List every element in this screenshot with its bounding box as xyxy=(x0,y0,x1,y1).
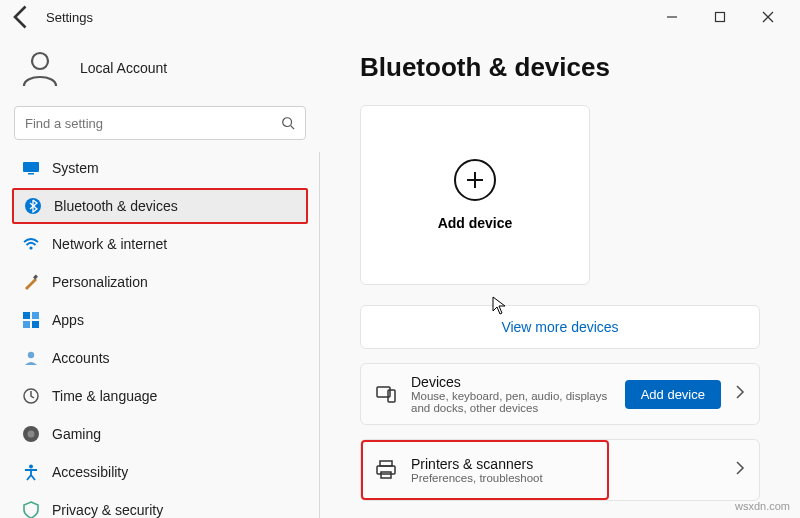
devices-icon xyxy=(375,383,397,405)
row-subtitle: Mouse, keyboard, pen, audio, displays an… xyxy=(411,390,611,414)
sidebar-item-system[interactable]: System xyxy=(12,150,308,186)
minimize-button[interactable] xyxy=(648,0,696,34)
sidebar-item-label: Privacy & security xyxy=(52,502,163,518)
shield-icon xyxy=(22,501,40,518)
sidebar-item-label: Time & language xyxy=(52,388,157,404)
svg-rect-1 xyxy=(716,13,725,22)
sidebar: Local Account System Bluetooth & devices xyxy=(0,34,320,518)
svg-rect-23 xyxy=(381,472,391,478)
close-button[interactable] xyxy=(744,0,792,34)
maximize-icon xyxy=(714,11,726,23)
sidebar-item-label: Apps xyxy=(52,312,84,328)
svg-rect-22 xyxy=(377,466,395,474)
account-block[interactable]: Local Account xyxy=(12,38,308,104)
sidebar-item-bluetooth-devices[interactable]: Bluetooth & devices xyxy=(12,188,308,224)
watermark: wsxdn.com xyxy=(735,500,790,512)
svg-rect-9 xyxy=(33,275,38,280)
close-icon xyxy=(762,11,774,23)
sidebar-item-gaming[interactable]: Gaming xyxy=(12,416,308,452)
sidebar-item-label: Network & internet xyxy=(52,236,167,252)
add-device-button[interactable]: Add device xyxy=(625,380,721,409)
brush-icon xyxy=(22,273,40,291)
row-printers-scanners[interactable]: Printers & scanners Preferences, trouble… xyxy=(360,439,760,501)
svg-point-14 xyxy=(28,352,34,358)
system-icon xyxy=(22,159,40,177)
view-more-devices-button[interactable]: View more devices xyxy=(360,305,760,349)
svg-point-3 xyxy=(283,118,292,127)
avatar-icon xyxy=(18,46,62,90)
person-icon xyxy=(22,349,40,367)
row-subtitle: Preferences, troubleshoot xyxy=(411,472,721,484)
clock-globe-icon xyxy=(22,387,40,405)
printer-icon xyxy=(375,459,397,481)
page-title: Bluetooth & devices xyxy=(360,52,760,83)
arrow-left-icon xyxy=(8,3,36,31)
sidebar-item-privacy-security[interactable]: Privacy & security xyxy=(12,492,308,518)
maximize-button[interactable] xyxy=(696,0,744,34)
apps-icon xyxy=(22,311,40,329)
cursor-icon xyxy=(492,296,508,320)
sidebar-item-label: Accessibility xyxy=(52,464,128,480)
gaming-icon xyxy=(22,425,40,443)
account-name: Local Account xyxy=(80,60,167,76)
sidebar-item-label: Gaming xyxy=(52,426,101,442)
svg-rect-10 xyxy=(23,312,30,319)
svg-rect-5 xyxy=(23,162,39,172)
svg-rect-20 xyxy=(388,390,395,402)
svg-point-2 xyxy=(32,53,48,69)
add-device-label: Add device xyxy=(438,215,513,231)
search-input-wrap[interactable] xyxy=(14,106,306,140)
sidebar-item-label: Bluetooth & devices xyxy=(54,198,178,214)
row-devices[interactable]: Devices Mouse, keyboard, pen, audio, dis… xyxy=(360,363,760,425)
nav: System Bluetooth & devices Network & int… xyxy=(12,150,308,518)
svg-point-8 xyxy=(29,246,32,249)
svg-rect-11 xyxy=(32,312,39,319)
accessibility-icon xyxy=(22,463,40,481)
svg-rect-6 xyxy=(28,173,34,175)
sidebar-item-time-language[interactable]: Time & language xyxy=(12,378,308,414)
sidebar-item-personalization[interactable]: Personalization xyxy=(12,264,308,300)
sidebar-item-network[interactable]: Network & internet xyxy=(12,226,308,262)
view-more-label: View more devices xyxy=(501,319,618,335)
row-title: Devices xyxy=(411,374,611,390)
minimize-icon xyxy=(666,11,678,23)
back-button[interactable] xyxy=(8,3,36,31)
titlebar: Settings xyxy=(0,0,800,34)
add-device-card[interactable]: Add device xyxy=(360,105,590,285)
wifi-icon xyxy=(22,235,40,253)
svg-line-4 xyxy=(291,126,295,130)
svg-point-18 xyxy=(29,465,33,469)
sidebar-item-accounts[interactable]: Accounts xyxy=(12,340,308,376)
chevron-right-icon xyxy=(735,385,745,403)
svg-rect-12 xyxy=(23,321,30,328)
search-input[interactable] xyxy=(25,116,281,131)
window-title: Settings xyxy=(46,10,93,25)
sidebar-item-accessibility[interactable]: Accessibility xyxy=(12,454,308,490)
sidebar-item-label: Accounts xyxy=(52,350,110,366)
main-pane: Bluetooth & devices Add device View more… xyxy=(320,34,800,518)
sidebar-item-label: System xyxy=(52,160,99,176)
svg-rect-13 xyxy=(32,321,39,328)
sidebar-item-label: Personalization xyxy=(52,274,148,290)
sidebar-item-apps[interactable]: Apps xyxy=(12,302,308,338)
plus-circle-icon xyxy=(454,159,496,201)
svg-point-17 xyxy=(28,431,35,438)
bluetooth-icon xyxy=(24,197,42,215)
row-title: Printers & scanners xyxy=(411,456,721,472)
chevron-right-icon xyxy=(735,461,745,479)
search-icon xyxy=(281,116,295,130)
